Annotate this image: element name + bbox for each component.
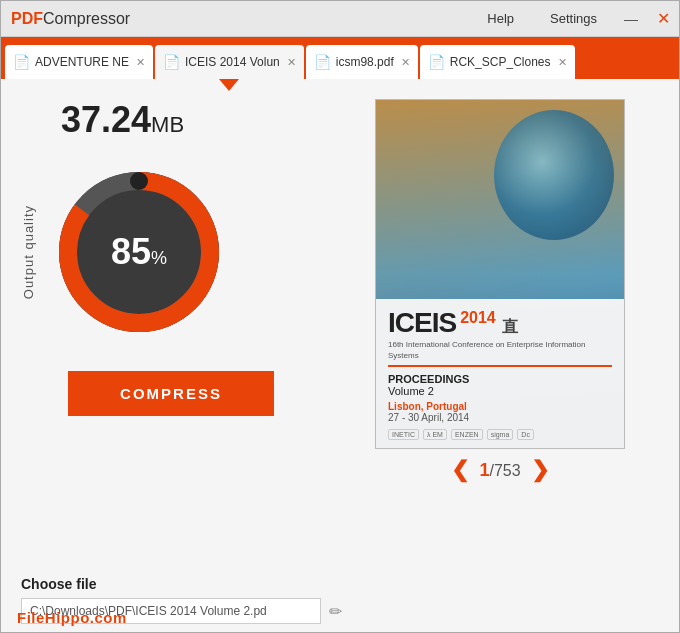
pdf-preview: ICEIS2014 直 16th International Conferenc…: [375, 99, 625, 449]
pdf-subtitle: 16th International Conference on Enterpr…: [388, 340, 612, 361]
tab-pdf-icon-4: 📄: [428, 54, 445, 70]
tab-label-4: RCK_SCP_Clones: [450, 55, 551, 69]
tab-close-4[interactable]: ✕: [558, 56, 567, 69]
right-panel: ICEIS2014 直 16th International Conferenc…: [341, 99, 659, 566]
tab-adventure[interactable]: 📄 ADVENTURE NE ✕: [5, 45, 153, 79]
pdf-year: 2014: [460, 309, 496, 326]
pdf-cover-text: ICEIS2014 直 16th International Conferenc…: [376, 299, 624, 448]
tab-iceis[interactable]: 📄 ICEIS 2014 Volun ✕: [155, 45, 304, 79]
pdf-logo-3: ENZEN: [451, 429, 483, 440]
help-menu[interactable]: Help: [469, 3, 532, 34]
main-content: 37.24MB Output quality: [1, 79, 679, 566]
tab-label-1: ADVENTURE NE: [35, 55, 129, 69]
pdf-title-row: ICEIS2014 直: [388, 309, 612, 338]
quality-percent-sign: %: [151, 248, 167, 268]
donut-center: 85%: [111, 234, 167, 270]
pdf-logo-4: sigma: [487, 429, 514, 440]
tab-pdf-icon-1: 📄: [13, 54, 30, 70]
file-size-value: 37.24: [61, 99, 151, 140]
tab-close-3[interactable]: ✕: [401, 56, 410, 69]
quality-section: Output quality 85%: [21, 157, 321, 347]
pdf-location: Lisbon, Portugal: [388, 401, 612, 412]
pdf-cover-globe: [494, 110, 614, 240]
pdf-date: 27 - 30 April, 2014: [388, 412, 612, 423]
choose-file-label: Choose file: [21, 576, 659, 592]
page-current: 1: [479, 460, 489, 480]
close-button[interactable]: ✕: [647, 1, 679, 37]
tabs-bar: 📄 ADVENTURE NE ✕ 📄 ICEIS 2014 Volun ✕ 📄 …: [1, 37, 679, 79]
tab-close-2[interactable]: ✕: [287, 56, 296, 69]
title-compressor: Compressor: [43, 10, 130, 28]
next-page-button[interactable]: ❯: [531, 459, 549, 481]
output-quality-label: Output quality: [21, 205, 36, 299]
pdf-icon-glyph: 直: [502, 318, 518, 335]
pdf-logo-2: λ EM: [423, 429, 447, 440]
edit-file-icon[interactable]: ✏: [329, 602, 342, 621]
title-bar-right: Help Settings — ✕: [469, 1, 679, 37]
tabs-bar-wrapper: 📄 ADVENTURE NE ✕ 📄 ICEIS 2014 Volun ✕ 📄 …: [1, 37, 679, 79]
tab-close-1[interactable]: ✕: [136, 56, 145, 69]
title-bar: PDF Compressor Help Settings — ✕: [1, 1, 679, 37]
tab-label-3: icsm98.pdf: [336, 55, 394, 69]
minimize-button[interactable]: —: [615, 1, 647, 37]
pdf-volume: Volume 2: [388, 385, 612, 397]
page-total: 753: [494, 462, 521, 479]
svg-point-3: [130, 172, 148, 190]
footer-brand: FileHippo.com: [17, 609, 127, 626]
active-tab-indicator: [219, 79, 239, 91]
active-tab-wrapper: 📄 ICEIS 2014 Volun ✕: [155, 45, 304, 79]
tab-pdf-icon-3: 📄: [314, 54, 331, 70]
file-size-unit: MB: [151, 112, 184, 137]
page-info: 1/753: [479, 460, 520, 481]
compress-button[interactable]: COMPRESS: [68, 371, 274, 416]
tab-pdf-icon-2: 📄: [163, 54, 180, 70]
file-size-display: 37.24MB: [61, 99, 184, 141]
tab-label-2: ICEIS 2014 Volun: [185, 55, 280, 69]
pdf-navigation: ❮ 1/753 ❯: [451, 459, 548, 481]
pdf-logo-1: INETIC: [388, 429, 419, 440]
quality-percent-value: 85: [111, 231, 151, 272]
main-window: PDF Compressor Help Settings — ✕ 📄 ADVEN…: [0, 0, 680, 633]
pdf-main-title: ICEIS: [388, 307, 456, 338]
app-title: PDF Compressor: [11, 10, 130, 28]
left-panel: 37.24MB Output quality: [21, 99, 321, 566]
quality-donut-chart[interactable]: 85%: [44, 157, 234, 347]
pdf-logos: INETIC λ EM ENZEN sigma Dc: [388, 429, 612, 440]
tab-rck[interactable]: 📄 RCK_SCP_Clones ✕: [420, 45, 575, 79]
tab-icsm[interactable]: 📄 icsm98.pdf ✕: [306, 45, 418, 79]
prev-page-button[interactable]: ❮: [451, 459, 469, 481]
settings-menu[interactable]: Settings: [532, 3, 615, 34]
pdf-logo-5: Dc: [517, 429, 534, 440]
pdf-proceedings: PROCEEDINGS: [388, 373, 612, 385]
title-pdf: PDF: [11, 10, 43, 28]
